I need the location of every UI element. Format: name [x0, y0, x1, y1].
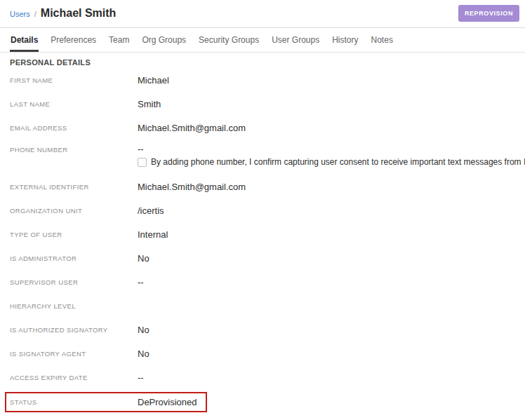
field-label: LAST NAME [10, 100, 138, 108]
field-first-name: FIRST NAME Michael [10, 68, 515, 92]
status-highlight-box: STATUS DeProvisioned [5, 392, 207, 412]
field-label: EXTERNAL IDENTIFIER [10, 183, 138, 191]
field-label: IS ADMINISTRATOR [10, 255, 138, 262]
breadcrumb-users-link[interactable]: Users [10, 10, 30, 18]
field-value: Michael.Smith@gmail.com [138, 123, 246, 133]
tab-bar: Details Preferences Team Org Groups Secu… [0, 28, 525, 53]
field-label: PHONE NUMBER [10, 146, 138, 154]
field-last-name: LAST NAME Smith [10, 92, 515, 116]
field-value: No [138, 253, 149, 264]
tab-org-groups[interactable]: Org Groups [141, 28, 187, 52]
tab-notes[interactable]: Notes [371, 28, 394, 52]
field-value: No [138, 325, 149, 335]
breadcrumb: Users / Michael Smith [10, 7, 116, 20]
field-value: -- [138, 372, 144, 383]
field-label: ORGANIZATION UNIT [10, 207, 138, 215]
field-label: FIRST NAME [10, 76, 138, 84]
page-title: Michael Smith [41, 7, 117, 20]
field-value: -- [138, 144, 525, 154]
phone-consent-note: By adding phone number, I confirm captur… [151, 157, 525, 167]
field-value: Smith [138, 99, 161, 109]
tab-details[interactable]: Details [10, 28, 39, 52]
field-value: -- [138, 277, 144, 287]
tab-security-groups[interactable]: Security Groups [198, 28, 260, 52]
field-supervisor-user: SUPERVISOR USER -- [10, 270, 515, 294]
field-is-signatory-agent: IS SIGNATORY AGENT No [10, 341, 515, 365]
field-value: /icertis [138, 205, 164, 216]
field-label: TYPE OF USER [10, 231, 138, 238]
field-external-identifier: EXTERNAL IDENTIFIER Michael.Smith@gmail.… [10, 175, 515, 198]
field-label: IS SIGNATORY AGENT [10, 350, 138, 358]
field-phone-number: PHONE NUMBER -- By adding phone number, … [10, 140, 515, 175]
field-hierarchy-level: HIERARCHY LEVEL [10, 294, 515, 318]
field-status: STATUS DeProvisioned [10, 389, 515, 414]
field-is-administrator: IS ADMINISTRATOR No [10, 246, 515, 270]
field-access-expiry-date: ACCESS EXPIRY DATE -- [10, 365, 515, 389]
field-type-of-user: TYPE OF USER Internal [10, 222, 515, 246]
tab-preferences[interactable]: Preferences [50, 28, 97, 52]
status-value: DeProvisioned [138, 397, 197, 407]
field-label: IS AUTHORIZED SIGNATORY [10, 326, 138, 334]
tab-team[interactable]: Team [108, 28, 130, 52]
field-organization-unit: ORGANIZATION UNIT /icertis [10, 198, 515, 222]
field-email-address: EMAIL ADDRESS Michael.Smith@gmail.com [10, 116, 515, 140]
phone-consent-row: By adding phone number, I confirm captur… [138, 157, 525, 167]
field-label: ACCESS EXPIRY DATE [10, 374, 138, 381]
page-header: Users / Michael Smith REPROVISION [0, 0, 525, 28]
field-label: HIERARCHY LEVEL [10, 302, 138, 310]
tab-history[interactable]: History [331, 28, 359, 52]
field-label: EMAIL ADDRESS [10, 124, 138, 132]
details-panel: PERSONAL DETAILS FIRST NAME Michael LAST… [0, 53, 525, 414]
field-label: STATUS [10, 398, 138, 406]
phone-consent-checkbox[interactable] [138, 158, 147, 167]
field-label: SUPERVISOR USER [10, 278, 138, 286]
field-value: Internal [138, 229, 168, 240]
section-title: PERSONAL DETAILS [10, 58, 515, 67]
field-value: No [138, 348, 149, 359]
field-value: Michael [138, 75, 169, 86]
tab-user-groups[interactable]: User Groups [271, 28, 320, 52]
field-is-authorized-signatory: IS AUTHORIZED SIGNATORY No [10, 318, 515, 341]
reprovision-button[interactable]: REPROVISION [458, 5, 519, 22]
breadcrumb-separator: / [34, 10, 36, 18]
field-value: Michael.Smith@gmail.com [138, 182, 246, 192]
